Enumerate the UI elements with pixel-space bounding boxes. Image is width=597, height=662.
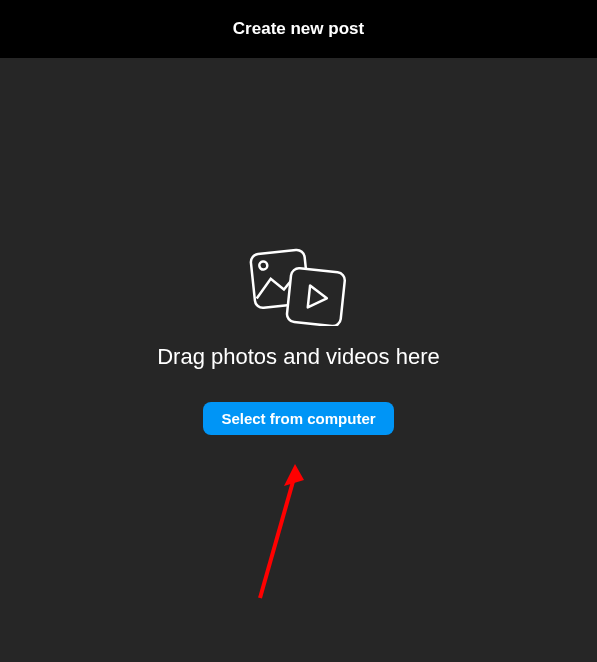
drag-instruction-text: Drag photos and videos here	[157, 344, 440, 370]
modal-title: Create new post	[233, 19, 364, 39]
select-from-computer-button[interactable]: Select from computer	[203, 402, 393, 435]
svg-point-1	[258, 261, 267, 270]
media-upload-icon	[239, 246, 359, 326]
svg-rect-2	[286, 267, 345, 325]
upload-dropzone[interactable]: Drag photos and videos here Select from …	[0, 38, 597, 642]
